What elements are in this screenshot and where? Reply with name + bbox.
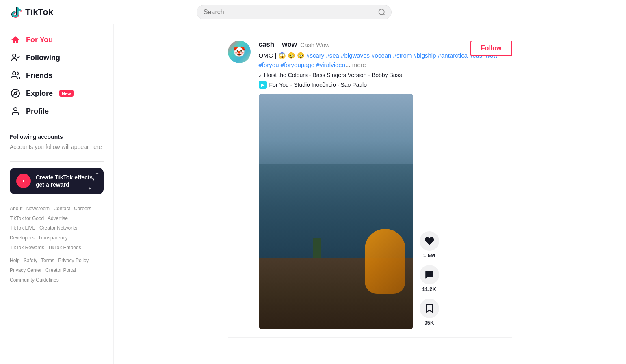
sidebar-item-profile[interactable]: Profile (3, 102, 110, 120)
star-deco-1: ✦ (95, 171, 99, 176)
description-more[interactable]: more (352, 61, 366, 68)
sound-badge-icon: ▶ (259, 81, 267, 89)
hashtag-bigship[interactable]: #bigship (414, 52, 436, 59)
sound-info: ▶ For You - Studio Inocêncio · Sao Paulo (259, 81, 512, 89)
like-count: 1.5M (423, 252, 435, 258)
heart-icon (424, 236, 435, 246)
comment-count: 11.2K (422, 286, 436, 292)
hashtag-antarctica[interactable]: #antarctica (438, 52, 468, 59)
svg-point-1 (13, 54, 16, 57)
sidebar-item-explore[interactable]: Explore New (3, 84, 110, 102)
footer-link-advertise[interactable]: Advertise (48, 215, 68, 221)
buoy-shape (365, 229, 405, 294)
header: TikTok (0, 0, 626, 24)
profile-icon (10, 106, 21, 116)
footer-link-contact[interactable]: Contact (53, 206, 70, 211)
feed: Follow 🤡 cash__wow Cash Wow OMG | 😱 🥹 🥹 (228, 32, 512, 338)
footer-link-tiktok-for-good[interactable]: TikTok for Good (10, 215, 44, 221)
sidebar-item-for-you[interactable]: For You (3, 31, 110, 49)
hashtag-scary[interactable]: #scary (306, 52, 324, 59)
footer-link-tiktok-live[interactable]: TikTok LIVE (10, 225, 36, 231)
footer-link-transparency[interactable]: Transparency (38, 235, 68, 241)
explore-icon (10, 88, 21, 98)
effects-text: Create TikTok effects, get a reward (36, 174, 94, 188)
footer-link-community-guidelines[interactable]: Community Guidelines (10, 277, 59, 283)
hashtag-bigwaves[interactable]: #bigwaves (341, 52, 370, 59)
svg-point-6 (23, 180, 25, 182)
footer-link-tiktok-embeds[interactable]: TikTok Embeds (48, 245, 81, 250)
friends-icon (10, 71, 21, 80)
footer-link-privacy-center[interactable]: Privacy Center (10, 267, 42, 273)
video-card: Follow 🤡 cash__wow Cash Wow OMG | 😱 🥹 🥹 (228, 32, 512, 338)
music-name[interactable]: Hoist the Colours - Bass Singers Version… (264, 72, 402, 78)
sidebar-item-explore-label: Explore (26, 89, 53, 98)
footer-link-privacy-policy[interactable]: Privacy Policy (58, 258, 89, 263)
search-icon (378, 8, 386, 16)
music-info: ♪ Hoist the Colours - Bass Singers Versi… (259, 72, 512, 78)
hashtag-strom[interactable]: #strom (393, 52, 412, 59)
following-icon (10, 53, 21, 62)
sidebar-divider-1 (10, 125, 104, 125)
footer-link-careers[interactable]: Careers (74, 206, 91, 211)
hashtag-foryou[interactable]: #foryou (259, 61, 279, 68)
footer-link-about[interactable]: About (10, 206, 22, 211)
star-deco-2: ✦ (88, 186, 91, 191)
music-note-icon: ♪ (259, 72, 262, 78)
footer-link-safety[interactable]: Safety (24, 258, 37, 263)
video-background (259, 94, 413, 329)
footer-link-terms[interactable]: Terms (41, 258, 54, 263)
sidebar-item-friends[interactable]: Friends (3, 67, 110, 84)
create-effects-button[interactable]: Create TikTok effects, get a reward ✦ ✦ (10, 168, 104, 194)
bookmark-button[interactable]: 95K (420, 299, 439, 326)
bookmark-icon-circle (420, 299, 439, 318)
comment-button[interactable]: 11.2K (420, 265, 439, 292)
svg-point-5 (14, 108, 17, 111)
like-button[interactable]: 1.5M (420, 231, 439, 258)
footer-link-creator-portal[interactable]: Creator Portal (45, 267, 76, 273)
hashtag-ocean[interactable]: #ocean (371, 52, 391, 59)
footer-link-developers[interactable]: Developers (10, 235, 35, 241)
hashtag-viralvideo[interactable]: #viralvideo (316, 61, 345, 68)
sidebar-item-for-you-label: For You (26, 36, 53, 44)
logo[interactable]: TikTok (10, 6, 53, 19)
sidebar-divider-2 (10, 161, 104, 162)
sound-name[interactable]: For You - Studio Inocêncio · Sao Paulo (269, 82, 367, 88)
sidebar-item-following[interactable]: Following (3, 49, 110, 67)
sidebar: For You Following Friends Explore New (0, 24, 114, 346)
hashtag-sea[interactable]: #sea (326, 52, 339, 59)
search-input[interactable] (197, 5, 392, 19)
like-icon-circle (420, 231, 439, 251)
bookmark-count: 95K (425, 320, 434, 326)
bookmark-icon (424, 303, 435, 314)
follow-button[interactable]: Follow (470, 41, 512, 56)
main-feed: Follow 🤡 cash__wow Cash Wow OMG | 😱 🥹 🥹 (114, 24, 626, 346)
svg-point-3 (11, 89, 19, 97)
following-accounts-sub: Accounts you follow will appear here (3, 142, 110, 156)
user-avatar[interactable]: 🤡 (228, 41, 251, 63)
video-thumbnail[interactable] (259, 94, 413, 329)
footer-link-tiktok-rewards[interactable]: TikTok Rewards (10, 245, 44, 250)
tiktok-logo-icon (10, 6, 23, 19)
logo-text: TikTok (25, 7, 53, 17)
comment-icon (424, 269, 435, 280)
svg-point-2 (13, 72, 16, 75)
footer-link-help[interactable]: Help (10, 258, 20, 263)
username[interactable]: cash__wow (259, 41, 297, 49)
search-button[interactable] (378, 8, 386, 16)
sidebar-item-friends-label: Friends (26, 71, 52, 80)
app-body: For You Following Friends Explore New (0, 24, 626, 346)
footer-link-newsroom[interactable]: Newsroom (26, 206, 50, 211)
footer-link-creator-networks[interactable]: Creator Networks (39, 225, 77, 231)
effects-icon (16, 174, 31, 188)
hashtag-foryoupage[interactable]: #foryoupage (281, 61, 314, 68)
svg-marker-4 (14, 92, 17, 95)
home-icon (10, 35, 21, 45)
video-player-area: 1.5M 11.2K (259, 94, 512, 329)
action-buttons: 1.5M 11.2K (420, 231, 439, 329)
svg-point-0 (379, 9, 384, 14)
person-silhouette (313, 238, 321, 258)
video-info: cash__wow Cash Wow OMG | 😱 🥹 🥹 #scary #s… (259, 41, 512, 329)
explore-new-badge: New (59, 90, 74, 97)
footer-links: About Newsroom Contact Careers TikTok fo… (3, 200, 110, 288)
following-accounts-title: Following accounts (3, 130, 110, 142)
